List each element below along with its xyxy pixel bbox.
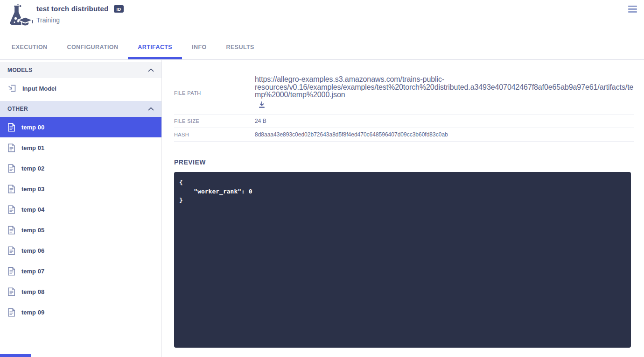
sidebar-item-label: temp 03 <box>21 186 44 193</box>
code-line: "worker_rank": 0 <box>179 187 626 196</box>
document-icon <box>7 185 15 193</box>
sidebar-item-temp-09[interactable]: temp 09 <box>0 302 161 322</box>
document-icon <box>7 287 15 296</box>
artifacts-sidebar: MODELS Input Model OTHER temp 00 <box>0 60 162 357</box>
id-badge[interactable]: ID <box>114 5 124 13</box>
sidebar-item-temp-05[interactable]: temp 05 <box>0 220 161 240</box>
sidebar-item-label: temp 08 <box>21 288 44 295</box>
sidebar-item-label: temp 01 <box>21 144 44 151</box>
tab-bar: EXECUTION CONFIGURATION ARTIFACTS INFO R… <box>0 35 644 60</box>
file-size-value: 24 B <box>255 118 266 124</box>
chevron-up-icon[interactable] <box>148 107 154 111</box>
sidebar-item-label: temp 05 <box>21 227 44 234</box>
document-icon <box>7 123 15 132</box>
document-icon <box>7 267 15 276</box>
document-icon <box>7 205 15 214</box>
experiment-title: test torch distributed <box>36 5 108 13</box>
tab-results[interactable]: RESULTS <box>217 35 264 59</box>
sidebar-item-temp-04[interactable]: temp 04 <box>0 199 161 220</box>
sidebar-item-input-model[interactable]: Input Model <box>0 78 161 99</box>
code-line: } <box>179 196 626 205</box>
sidebar-item-temp-07[interactable]: temp 07 <box>0 261 161 281</box>
section-header-other[interactable]: OTHER <box>0 101 161 117</box>
sidebar-item-label: Input Model <box>22 85 56 92</box>
file-size-row: FILE SIZE 24 B <box>174 114 634 128</box>
sidebar-item-temp-08[interactable]: temp 08 <box>0 281 161 302</box>
artifact-detail-pane: FILE PATH https://allegro-examples.s3.am… <box>162 60 644 357</box>
document-icon <box>7 143 15 152</box>
sidebar-item-label: temp 06 <box>21 247 44 254</box>
document-icon <box>7 226 15 235</box>
sidebar-item-label: temp 09 <box>21 309 44 316</box>
horizontal-scrollbar-thumb[interactable] <box>0 354 31 357</box>
sidebar-item-temp-06[interactable]: temp 06 <box>0 240 161 261</box>
file-path-label: FILE PATH <box>174 90 255 96</box>
tab-artifacts[interactable]: ARTIFACTS <box>128 35 182 59</box>
tab-configuration[interactable]: CONFIGURATION <box>57 35 128 59</box>
file-path-row: FILE PATH https://allegro-examples.s3.am… <box>174 74 634 114</box>
sidebar-item-label: temp 07 <box>21 268 44 275</box>
experiment-title-block: test torch distributed ID Training <box>36 3 124 24</box>
preview-code-panel[interactable]: { "worker_rank": 0 } <box>174 172 631 348</box>
tab-execution[interactable]: EXECUTION <box>2 35 57 59</box>
document-icon <box>7 164 15 173</box>
hash-label: HASH <box>174 132 255 137</box>
experiment-type-label: Training <box>36 16 124 24</box>
file-path-link[interactable]: https://allegro-examples.s3.amazonaws.co… <box>255 76 634 99</box>
hamburger-menu-icon[interactable] <box>628 6 637 14</box>
clearml-experiment-logo <box>5 3 34 30</box>
sidebar-item-label: temp 02 <box>21 165 44 172</box>
sidebar-item-label: temp 04 <box>21 206 44 213</box>
preview-heading: PREVIEW <box>174 158 634 166</box>
file-path-value-block: https://allegro-examples.s3.amazonaws.co… <box>255 76 634 110</box>
document-icon <box>7 308 15 317</box>
chevron-up-icon[interactable] <box>148 68 154 72</box>
download-icon[interactable] <box>259 101 265 108</box>
sidebar-item-temp-00[interactable]: temp 00 <box>0 117 161 137</box>
sidebar-item-temp-02[interactable]: temp 02 <box>0 158 161 178</box>
section-header-models[interactable]: MODELS <box>0 62 161 78</box>
content-area: MODELS Input Model OTHER temp 00 <box>0 60 644 357</box>
file-size-label: FILE SIZE <box>174 118 255 124</box>
sidebar-item-temp-03[interactable]: temp 03 <box>0 178 161 199</box>
app-header: test torch distributed ID Training <box>0 0 644 35</box>
code-line: { <box>179 178 626 187</box>
tab-info[interactable]: INFO <box>182 35 216 59</box>
section-title-models: MODELS <box>7 67 33 73</box>
input-model-icon <box>7 84 16 93</box>
hash-value: 8d8aaa43e893c0ed02b72643a8d5f8f4ed470c64… <box>255 131 448 138</box>
sidebar-item-temp-01[interactable]: temp 01 <box>0 137 161 158</box>
hash-row: HASH 8d8aaa43e893c0ed02b72643a8d5f8f4ed4… <box>174 128 634 142</box>
graduation-cap-icon <box>17 15 34 28</box>
section-title-other: OTHER <box>7 106 28 112</box>
sidebar-item-label: temp 00 <box>21 124 44 131</box>
document-icon <box>7 246 15 255</box>
